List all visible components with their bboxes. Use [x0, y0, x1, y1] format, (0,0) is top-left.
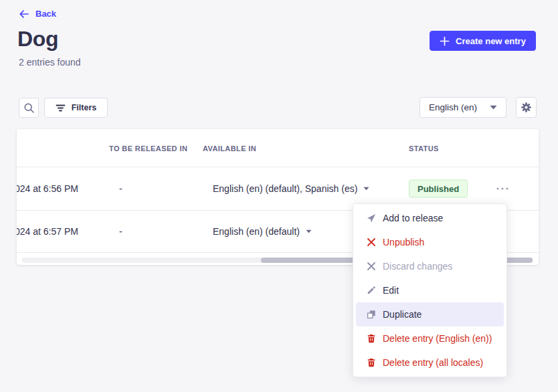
filters-label: Filters	[72, 103, 97, 112]
filters-button[interactable]: Filters	[44, 98, 108, 118]
plus-icon	[440, 36, 450, 46]
column-header-status: STATUS	[409, 144, 439, 153]
pencil-icon	[367, 286, 376, 295]
entries-count: 2 entries found	[19, 57, 81, 68]
column-header-to-be-released-in: TO BE RELEASED IN	[109, 144, 187, 153]
cross-icon	[367, 262, 376, 271]
menu-item-label: Duplicate	[383, 309, 422, 320]
table-header-row: TO BE RELEASED IN AVAILABLE IN STATUS	[17, 129, 539, 167]
updated-at-cell: 024 at 6:57 PM	[17, 226, 78, 237]
menu-item-delete-entry-english[interactable]: Delete entry (English (en))	[356, 326, 504, 351]
caret-down-icon	[363, 187, 369, 191]
cross-icon	[367, 237, 376, 247]
more-options-button[interactable]	[490, 181, 515, 197]
available-in-value: English (en) (default), Spanish (es)	[213, 183, 357, 194]
locale-select-value: English (en)	[429, 102, 477, 112]
back-link[interactable]: Back	[19, 9, 56, 19]
menu-item-label: Discard changes	[383, 261, 452, 272]
trash-icon	[367, 358, 376, 367]
duplicate-icon	[367, 310, 376, 319]
create-new-entry-button[interactable]: Create new entry	[430, 31, 536, 51]
menu-item-label: Delete entry (all locales)	[383, 357, 483, 368]
status-badge: Published	[409, 180, 468, 198]
back-arrow-icon	[19, 9, 29, 19]
to-be-released-in-cell: -	[119, 183, 122, 194]
search-button[interactable]	[19, 98, 39, 118]
row-context-menu: Add to release Unpublish Discard changes…	[353, 203, 507, 377]
menu-item-duplicate[interactable]: Duplicate	[356, 302, 504, 326]
trash-icon	[367, 334, 376, 343]
menu-item-delete-entry-all-locales[interactable]: Delete entry (all locales)	[356, 351, 504, 375]
menu-item-label: Unpublish	[383, 237, 424, 248]
filter-lines-icon	[56, 104, 66, 112]
paper-plane-icon	[367, 213, 376, 223]
back-label: Back	[35, 9, 56, 19]
menu-item-edit[interactable]: Edit	[356, 278, 504, 302]
menu-item-discard-changes: Discard changes	[356, 254, 504, 278]
menu-item-label: Edit	[383, 285, 399, 296]
available-in-value: English (en) (default)	[213, 226, 300, 237]
more-horizontal-icon	[496, 187, 508, 190]
locale-select[interactable]: English (en)	[420, 97, 506, 118]
available-in-dropdown[interactable]: English (en) (default), Spanish (es)	[213, 183, 369, 194]
to-be-released-in-cell: -	[119, 226, 122, 237]
updated-at-cell: 024 at 6:56 PM	[17, 183, 78, 194]
column-header-available-in: AVAILABLE IN	[203, 144, 256, 153]
available-in-dropdown[interactable]: English (en) (default)	[213, 226, 312, 237]
chevron-down-icon	[490, 105, 497, 110]
menu-item-unpublish[interactable]: Unpublish	[356, 230, 504, 254]
page-title: Dog	[17, 27, 58, 52]
caret-down-icon	[306, 229, 312, 233]
search-icon	[23, 102, 35, 114]
menu-item-label: Add to release	[383, 213, 443, 223]
menu-item-label: Delete entry (English (en))	[383, 333, 492, 344]
create-new-entry-label: Create new entry	[456, 36, 526, 46]
menu-item-add-to-release[interactable]: Add to release	[356, 206, 504, 230]
gear-icon	[521, 102, 532, 113]
settings-button[interactable]	[516, 97, 537, 118]
